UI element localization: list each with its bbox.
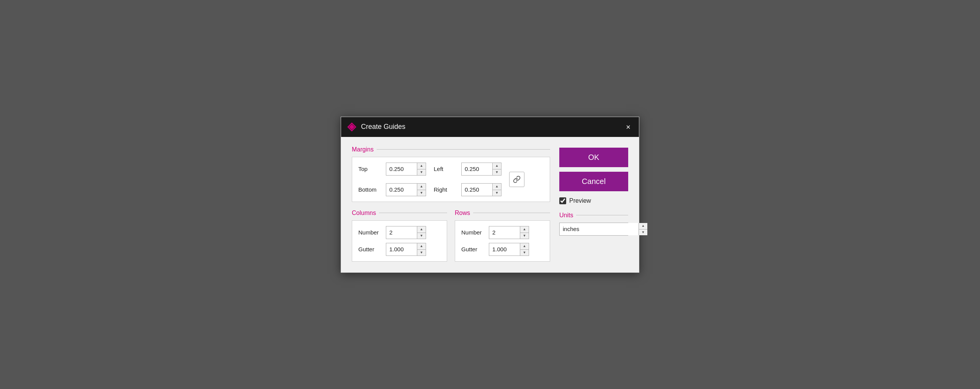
link-margins-button[interactable] <box>509 172 524 187</box>
units-divider <box>576 215 628 215</box>
top-field-row: Top ▲ ▼ <box>358 163 426 176</box>
bottom-spin-down[interactable]: ▼ <box>417 190 426 196</box>
col-number-row: Number ▲ ▼ <box>358 226 441 239</box>
col-gutter-spin-down[interactable]: ▼ <box>417 249 426 256</box>
row-gutter-spin-up[interactable]: ▲ <box>520 243 529 249</box>
left-field-row: Left ▲ ▼ <box>434 163 501 176</box>
dialog-body: Margins Top ▲ <box>341 137 639 272</box>
preview-row: Preview <box>559 197 628 204</box>
columns-section: Columns Number ▲ ▼ <box>352 210 447 262</box>
col-gutter-row: Gutter ▲ ▼ <box>358 243 441 256</box>
bottom-spinbox: ▲ ▼ <box>386 183 426 196</box>
units-spin-up[interactable]: ▲ <box>639 223 647 229</box>
margins-title: Margins <box>352 146 374 153</box>
row-gutter-row: Gutter ▲ ▼ <box>461 243 544 256</box>
left-spin-up[interactable]: ▲ <box>493 163 501 169</box>
top-spin-up[interactable]: ▲ <box>417 163 426 169</box>
row-gutter-spin-down[interactable]: ▼ <box>520 249 529 256</box>
top-input[interactable] <box>386 163 417 175</box>
columns-header: Columns <box>352 210 447 216</box>
col-number-input[interactable] <box>386 226 417 239</box>
units-header: Units <box>559 212 628 219</box>
columns-divider <box>379 213 447 213</box>
margins-content: Top ▲ ▼ Bottom <box>352 157 550 202</box>
bottom-input[interactable] <box>386 184 417 196</box>
cancel-button[interactable]: Cancel <box>559 172 628 191</box>
row-number-spin-buttons: ▲ ▼ <box>520 226 529 239</box>
top-spin-down[interactable]: ▼ <box>417 169 426 175</box>
columns-title: Columns <box>352 210 376 216</box>
left-label: Left <box>434 166 457 172</box>
columns-content: Number ▲ ▼ Gutter <box>352 220 447 262</box>
bottom-field-row: Bottom ▲ ▼ <box>358 183 426 196</box>
left-spin-buttons: ▲ ▼ <box>492 163 501 175</box>
units-section: Units ▲ ▼ <box>559 212 628 236</box>
right-spin-up[interactable]: ▲ <box>493 184 501 190</box>
ok-button[interactable]: OK <box>559 148 628 167</box>
margins-section: Margins Top ▲ <box>352 146 550 202</box>
units-input[interactable] <box>560 223 639 235</box>
right-input[interactable] <box>462 184 492 196</box>
col-gutter-input[interactable] <box>386 243 417 256</box>
row-number-spin-up[interactable]: ▲ <box>520 226 529 233</box>
row-gutter-label: Gutter <box>461 246 484 252</box>
col-gutter-spin-buttons: ▲ ▼ <box>417 243 426 256</box>
title-bar: Create Guides × <box>341 117 639 137</box>
margins-left-col: Top ▲ ▼ Bottom <box>358 163 426 196</box>
dialog-title: Create Guides <box>361 123 405 131</box>
close-button[interactable]: × <box>624 122 633 132</box>
rows-divider <box>473 213 550 213</box>
top-spinbox: ▲ ▼ <box>386 163 426 176</box>
col-number-spin-down[interactable]: ▼ <box>417 233 426 239</box>
left-input[interactable] <box>462 163 492 175</box>
row-number-label: Number <box>461 229 484 236</box>
margins-header: Margins <box>352 146 550 153</box>
link-icon <box>513 176 521 183</box>
row-number-row: Number ▲ ▼ <box>461 226 544 239</box>
row-number-spin-down[interactable]: ▼ <box>520 233 529 239</box>
preview-label: Preview <box>569 197 591 204</box>
col-gutter-label: Gutter <box>358 246 381 252</box>
row-gutter-input[interactable] <box>489 243 520 256</box>
margins-right-col: Left ▲ ▼ Right <box>434 163 501 196</box>
top-label: Top <box>358 166 381 172</box>
right-spin-buttons: ▲ ▼ <box>492 184 501 196</box>
bottom-spin-buttons: ▲ ▼ <box>417 184 426 196</box>
row-number-spinbox: ▲ ▼ <box>489 226 529 239</box>
left-spin-down[interactable]: ▼ <box>493 169 501 175</box>
col-gutter-spin-up[interactable]: ▲ <box>417 243 426 249</box>
right-spin-down[interactable]: ▼ <box>493 190 501 196</box>
preview-checkbox[interactable] <box>559 197 566 204</box>
units-spinbox: ▲ ▼ <box>559 223 628 236</box>
units-title: Units <box>559 212 573 219</box>
rows-title: Rows <box>455 210 470 216</box>
col-gutter-spinbox: ▲ ▼ <box>386 243 426 256</box>
col-number-label: Number <box>358 229 381 236</box>
title-bar-left: Create Guides <box>347 122 405 132</box>
left-panel: Margins Top ▲ <box>352 146 550 262</box>
col-number-spinbox: ▲ ▼ <box>386 226 426 239</box>
rows-header: Rows <box>455 210 550 216</box>
app-icon <box>347 122 356 132</box>
margins-divider <box>377 149 550 150</box>
create-guides-dialog: Create Guides × Margins Top <box>341 117 639 273</box>
columns-rows-wrapper: Columns Number ▲ ▼ <box>352 210 550 262</box>
row-number-input[interactable] <box>489 226 520 239</box>
margins-grid: Top ▲ ▼ Bottom <box>358 163 544 196</box>
right-spinbox: ▲ ▼ <box>461 183 501 196</box>
units-spin-buttons: ▲ ▼ <box>639 223 647 235</box>
right-label: Right <box>434 186 457 193</box>
bottom-label: Bottom <box>358 186 381 193</box>
rows-content: Number ▲ ▼ Gutter <box>455 220 550 262</box>
col-number-spin-buttons: ▲ ▼ <box>417 226 426 239</box>
rows-section: Rows Number ▲ ▼ <box>455 210 550 262</box>
bottom-spin-up[interactable]: ▲ <box>417 184 426 190</box>
row-gutter-spin-buttons: ▲ ▼ <box>520 243 529 256</box>
row-gutter-spinbox: ▲ ▼ <box>489 243 529 256</box>
units-spin-down[interactable]: ▼ <box>639 229 647 235</box>
right-field-row: Right ▲ ▼ <box>434 183 501 196</box>
col-number-spin-up[interactable]: ▲ <box>417 226 426 233</box>
right-panel: OK Cancel Preview Units ▲ ▼ <box>559 146 628 262</box>
top-spin-buttons: ▲ ▼ <box>417 163 426 175</box>
left-spinbox: ▲ ▼ <box>461 163 501 176</box>
